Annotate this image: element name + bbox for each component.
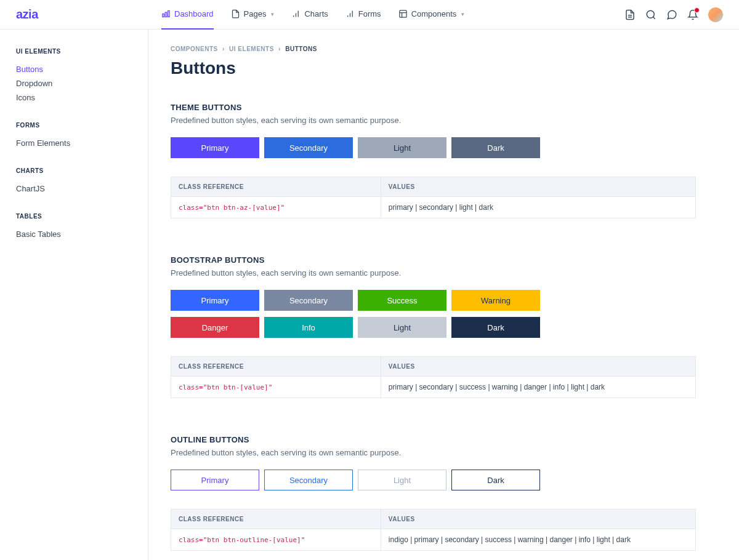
section-bootstrap-buttons: BOOTSTRAP BUTTONS Predefined button styl… (171, 255, 696, 398)
sidebar-label-forms: FORMS (16, 122, 132, 129)
logo[interactable]: azia (16, 7, 139, 22)
avatar[interactable] (708, 7, 723, 22)
file-icon[interactable] (624, 9, 636, 20)
theme-reference-table: Class ReferenceValues class="btn btn-az-… (171, 177, 696, 218)
outline-light-button[interactable]: Light (358, 470, 446, 490)
section-desc: Predefined button styles, each serving i… (171, 116, 696, 125)
bs-primary-button[interactable]: Primary (171, 290, 259, 311)
nav-charts[interactable]: Charts (291, 0, 328, 30)
svg-rect-2 (168, 11, 170, 17)
bs-info-button[interactable]: Info (264, 317, 353, 338)
chevron-down-icon: ▾ (271, 11, 274, 17)
header: azia Dashboard Pages ▾ Charts Forms Comp… (0, 0, 739, 30)
section-title: BOOTSTRAP BUTTONS (171, 255, 696, 265)
section-desc: Predefined button styles, each serving i… (171, 448, 696, 457)
section-outline-buttons: OUTLINE BUTTONS Predefined button styles… (171, 435, 696, 551)
bs-warning-button[interactable]: Warning (451, 290, 540, 311)
bs-danger-button[interactable]: Danger (171, 317, 259, 338)
bell-icon[interactable] (687, 9, 698, 20)
chat-icon[interactable] (666, 9, 677, 20)
bs-dark-button[interactable]: Dark (451, 317, 540, 338)
page-title: Buttons (171, 58, 696, 78)
th-class-ref: Class Reference (171, 177, 381, 197)
outline-secondary-button[interactable]: Secondary (264, 470, 353, 490)
section-desc: Predefined button styles, each serving i… (171, 268, 696, 278)
sidebar-item-form-elements[interactable]: Form Elements (16, 136, 132, 150)
pages-icon (231, 9, 240, 18)
bootstrap-reference-table: Class ReferenceValues class="btn btn-[va… (171, 356, 696, 398)
nav-forms-label: Forms (358, 9, 381, 18)
breadcrumb-components[interactable]: COMPONENTS (171, 46, 218, 52)
nav-forms[interactable]: Forms (345, 0, 381, 30)
td-code: class="btn btn-[value]" (171, 377, 381, 398)
th-class-ref: Class Reference (171, 510, 381, 529)
page-body: UI ELEMENTS Buttons Dropdown Icons FORMS… (0, 30, 739, 560)
sidebar-item-chartjs[interactable]: ChartJS (16, 182, 132, 196)
main-nav: Dashboard Pages ▾ Charts Forms Component… (139, 0, 624, 30)
bs-success-button[interactable]: Success (358, 290, 446, 311)
components-icon (398, 9, 408, 18)
svg-point-14 (647, 10, 654, 18)
chevron-right-icon: › (278, 46, 281, 52)
nav-pages-label: Pages (244, 9, 267, 18)
td-values: primary | secondary | success | warning … (381, 377, 695, 398)
nav-components-label: Components (411, 9, 457, 18)
td-values: primary | secondary | light | dark (381, 197, 695, 218)
nav-pages[interactable]: Pages ▾ (231, 0, 275, 30)
th-values: Values (381, 357, 695, 377)
content: COMPONENTS › UI ELEMENTS › BUTTONS Butto… (148, 30, 739, 560)
nav-charts-label: Charts (304, 9, 328, 18)
theme-light-button[interactable]: Light (358, 137, 446, 158)
nav-dashboard-label: Dashboard (174, 9, 214, 18)
section-title: THEME BUTTONS (171, 103, 696, 112)
bs-light-button[interactable]: Light (358, 317, 446, 338)
sidebar-item-basic-tables[interactable]: Basic Tables (16, 227, 132, 241)
breadcrumb-ui-elements[interactable]: UI ELEMENTS (229, 46, 274, 52)
chevron-right-icon: › (222, 46, 225, 52)
sidebar-label-tables: TABLES (16, 213, 132, 220)
section-theme-buttons: THEME BUTTONS Predefined button styles, … (171, 103, 696, 218)
sidebar-label-ui: UI ELEMENTS (16, 48, 132, 55)
bs-secondary-button[interactable]: Secondary (264, 290, 353, 311)
search-icon[interactable] (645, 9, 656, 20)
theme-dark-button[interactable]: Dark (451, 137, 540, 158)
theme-secondary-button[interactable]: Secondary (264, 137, 353, 158)
outline-primary-button[interactable]: Primary (171, 470, 259, 490)
th-values: Values (381, 177, 695, 197)
svg-rect-1 (165, 12, 167, 17)
breadcrumb-current: BUTTONS (285, 46, 317, 52)
th-class-ref: Class Reference (171, 357, 381, 377)
forms-icon (345, 9, 355, 18)
chevron-down-icon: ▾ (461, 11, 464, 17)
nav-dashboard[interactable]: Dashboard (161, 0, 214, 30)
header-actions (624, 7, 723, 22)
charts-icon (291, 9, 301, 18)
sidebar-item-buttons[interactable]: Buttons (16, 62, 132, 76)
sidebar-item-icons[interactable]: Icons (16, 90, 132, 105)
breadcrumb: COMPONENTS › UI ELEMENTS › BUTTONS (171, 46, 696, 52)
section-title: OUTLINE BUTTONS (171, 435, 696, 444)
td-values: indigo | primary | secondary | success |… (381, 529, 695, 551)
svg-rect-9 (400, 10, 406, 17)
nav-components[interactable]: Components ▾ (398, 0, 465, 30)
sidebar-item-dropdown[interactable]: Dropdown (16, 76, 132, 90)
td-code: class="btn btn-outline-[value]" (171, 529, 381, 551)
outline-reference-table: Class ReferenceValues class="btn btn-out… (171, 509, 696, 551)
outline-dark-button[interactable]: Dark (451, 470, 540, 490)
sidebar: UI ELEMENTS Buttons Dropdown Icons FORMS… (0, 30, 148, 560)
svg-line-15 (653, 17, 655, 18)
td-code: class="btn btn-az-[value]" (171, 197, 381, 218)
sidebar-label-charts: CHARTS (16, 167, 132, 174)
svg-rect-0 (163, 14, 164, 17)
dashboard-icon (161, 9, 171, 18)
theme-primary-button[interactable]: Primary (171, 137, 259, 158)
th-values: Values (381, 510, 695, 529)
